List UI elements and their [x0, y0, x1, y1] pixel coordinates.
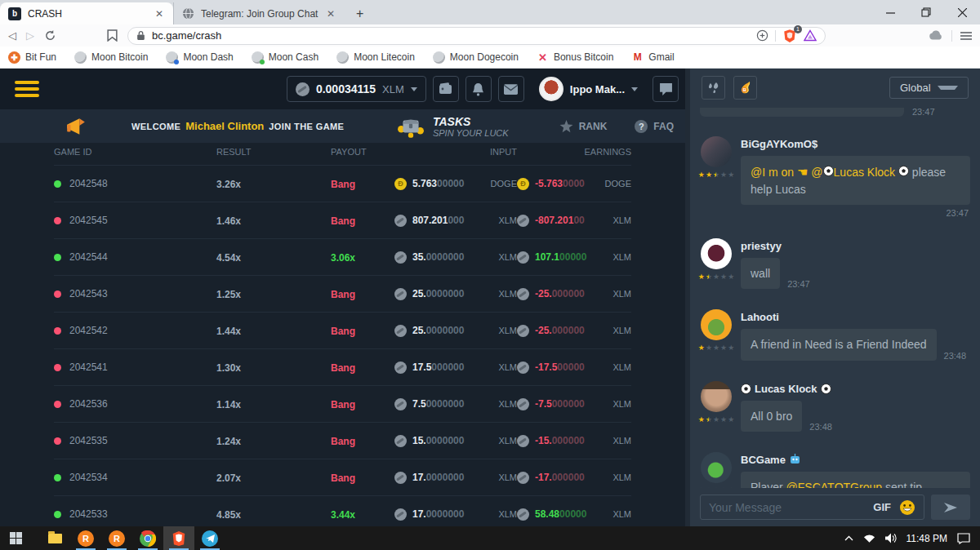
messages-button[interactable]	[498, 76, 524, 102]
message-input-box[interactable]: GIF	[700, 495, 924, 520]
red-status-dot	[54, 437, 61, 445]
chevron-down-icon	[631, 87, 638, 91]
wallet-button[interactable]	[433, 76, 459, 102]
chrome-button[interactable]	[132, 526, 163, 550]
window-restore-button[interactable]	[908, 0, 944, 24]
chrome-icon	[140, 530, 156, 547]
chat-channel-select[interactable]: Global	[889, 77, 969, 99]
amount-main: -25.	[535, 288, 552, 299]
speaker-icon[interactable]	[885, 533, 897, 543]
chat-header: B Global	[690, 69, 980, 107]
bookmark-moon-litecoin[interactable]: Moon Litecoin	[336, 51, 415, 64]
rank-link[interactable]: RANK	[559, 120, 608, 133]
send-button[interactable]	[931, 495, 970, 520]
star-icon: ★	[698, 344, 705, 352]
tasks-link[interactable]: TASKS SPIN YOUR LUCK	[397, 115, 509, 138]
table-row[interactable]: 20425444.54x3.06x35.0000000XLM107.100000…	[54, 238, 631, 275]
app-r2-button[interactable]: R	[101, 526, 132, 550]
menu-icon[interactable]	[15, 81, 39, 97]
tab-crash[interactable]: b CRASH ✕	[0, 2, 173, 24]
join-label: JOIN THE GAME	[269, 122, 344, 131]
game-id-cell: 2042544	[54, 251, 216, 263]
game-id-cell: 2042534	[54, 472, 216, 483]
result-value: 4.85x	[216, 509, 241, 521]
bookmark-label: Gmail	[648, 51, 674, 63]
gif-button[interactable]: GIF	[873, 501, 891, 513]
forward-button[interactable]: ▷	[26, 29, 34, 42]
tasks-sublabel: SPIN YOUR LUCK	[433, 128, 509, 138]
brave-button[interactable]	[163, 526, 194, 550]
amount-trailing: 0000000	[426, 288, 465, 299]
payout-cell: Bang	[331, 360, 394, 375]
window-minimize-button[interactable]	[872, 0, 908, 24]
chat-toggle-button[interactable]	[653, 76, 679, 102]
circle-plus-icon[interactable]	[756, 29, 768, 42]
table-row[interactable]: 20425411.30xBang17.5000000XLM-17.500000X…	[54, 348, 631, 385]
browser-menu-icon[interactable]	[960, 31, 972, 41]
telegram-button[interactable]	[194, 526, 225, 550]
earnings-cell: -807.20100XLM	[517, 215, 631, 227]
game-id: 2042543	[69, 288, 108, 299]
address-bar[interactable]: bc.game/crash 1	[127, 27, 826, 45]
status-dot	[174, 60, 179, 64]
input-currency: XLM	[498, 362, 517, 372]
faq-link[interactable]: ? FAQ	[635, 120, 674, 133]
table-row[interactable]: 20425342.07xBang17.0000000XLM-17.000000X…	[54, 459, 631, 495]
bookmark-bit-fun[interactable]: ✚Bit Fun	[8, 51, 56, 64]
star-icon: ★	[720, 416, 727, 424]
app-r1-button[interactable]: R	[70, 526, 101, 550]
user-menu[interactable]: Ippo Mak...	[539, 77, 638, 101]
table-row[interactable]: 20425483.26xBangĐ5.76300000DOGEĐ-5.76300…	[54, 165, 631, 202]
table-row[interactable]: 20425334.85x3.44x17.0000000XLM58.4800000…	[54, 495, 631, 526]
tab-telegram[interactable]: Telegram: Join Group Chat ✕	[173, 2, 345, 24]
earnings-currency: XLM	[612, 399, 631, 409]
table-row[interactable]: 20425351.24xBang15.0000000XLM-15.000000X…	[54, 422, 631, 459]
start-button[interactable]	[0, 526, 31, 550]
wifi-icon[interactable]	[863, 534, 875, 543]
clock[interactable]: 11:48 PM	[906, 533, 947, 544]
bookmark-moon-dash[interactable]: Moon Dash	[166, 51, 233, 64]
amount-trailing: 00	[573, 215, 584, 226]
chat-input-row: GIF	[690, 488, 980, 526]
new-tab-button[interactable]: +	[345, 2, 375, 24]
bat-icon[interactable]	[804, 29, 817, 42]
notifications-tray-icon[interactable]	[957, 533, 970, 544]
file-explorer-button[interactable]	[39, 526, 70, 550]
window-close-button[interactable]	[944, 0, 980, 24]
star-icon: ★	[698, 416, 705, 424]
payout-cell: Bang	[331, 397, 394, 411]
bookmark-label: Bonus Bitcoin	[554, 51, 613, 63]
table-row[interactable]: 20425431.25xBang25.0000000XLM-25.000000X…	[54, 275, 631, 312]
table-row[interactable]: 20425421.44xBang25.0000000XLM-25.000000X…	[54, 312, 631, 348]
screen: b CRASH ✕ Telegram: Join Group Chat ✕ + …	[0, 0, 980, 550]
back-button[interactable]: ◁	[8, 29, 16, 42]
xlm-coin-icon	[517, 435, 529, 447]
star-icon: ★	[706, 344, 712, 352]
bookmark-icon[interactable]	[107, 29, 118, 42]
bookmark-moon-cash[interactable]: Moon Cash	[252, 51, 318, 64]
star-icon: ★	[720, 487, 727, 488]
bookmark-gmail[interactable]: MGmail	[631, 51, 674, 64]
table-row[interactable]: 20425361.14xBang7.50000000XLM-7.5000000X…	[54, 385, 631, 422]
bookmark-moon-bitcoin[interactable]: Moon Bitcoin	[74, 51, 148, 64]
brave-shield-icon[interactable]: 1	[782, 29, 797, 43]
notifications-button[interactable]	[466, 76, 492, 102]
result-value: 1.14x	[216, 399, 241, 410]
tab-close-icon[interactable]: ✕	[325, 8, 336, 20]
balance-currency: XLM	[382, 83, 404, 95]
coin-drop-button[interactable]: B	[733, 76, 757, 100]
profile-cloud-icon[interactable]	[929, 30, 943, 41]
emoji-button[interactable]	[899, 499, 915, 516]
message-username: BiGgAYKomO$	[741, 138, 970, 150]
balance-selector[interactable]: 0.00034115 XLM	[287, 76, 426, 102]
bookmark-moon-dogecoin[interactable]: Moon Dogecoin	[433, 51, 519, 64]
reload-button[interactable]	[44, 29, 56, 42]
bookmark-bonus-bitcoin[interactable]: ✕Bonus Bitcoin	[537, 51, 613, 64]
tab-close-icon[interactable]: ✕	[154, 8, 165, 20]
rain-button[interactable]	[702, 76, 725, 100]
table-row[interactable]: 20425451.46xBang807.201000XLM-807.20100X…	[54, 202, 631, 238]
earnings-currency: XLM	[612, 252, 631, 262]
message-input[interactable]	[709, 501, 865, 514]
star-icon: ★	[728, 273, 734, 281]
chevron-up-icon[interactable]	[844, 535, 853, 541]
